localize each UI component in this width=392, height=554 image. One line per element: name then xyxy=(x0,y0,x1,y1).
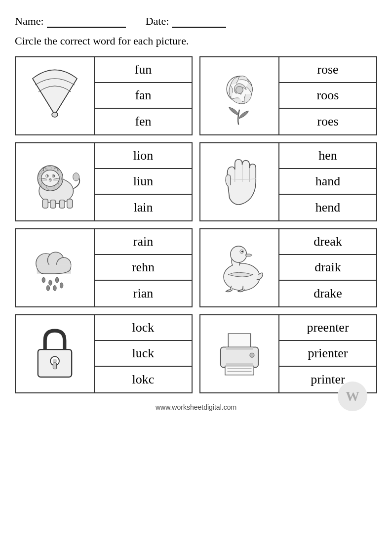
instruction: Circle the correct word for each picture… xyxy=(15,35,377,47)
image-fan xyxy=(16,57,95,134)
svg-point-35 xyxy=(42,277,45,283)
words-rain: rain rehn rian xyxy=(95,229,192,306)
date-underline[interactable] xyxy=(172,16,226,28)
svg-point-11 xyxy=(236,86,243,94)
svg-point-23 xyxy=(53,175,55,177)
svg-rect-14 xyxy=(50,200,56,209)
svg-point-44 xyxy=(241,251,243,253)
word-cell: fen xyxy=(95,109,192,134)
card-rose: rose roos roes xyxy=(199,56,377,135)
duck-icon xyxy=(212,241,267,295)
image-rose xyxy=(200,57,279,134)
word-cell: drake xyxy=(279,281,376,306)
rose-icon xyxy=(217,66,262,126)
svg-point-38 xyxy=(46,285,49,291)
svg-point-17 xyxy=(73,173,79,181)
word-cell: preenter xyxy=(279,315,376,341)
header: Name: Date: xyxy=(15,15,377,28)
word-cell: lock xyxy=(95,315,192,341)
card-lock: lock luck lokc xyxy=(15,314,193,393)
words-lock: lock luck lokc xyxy=(95,315,192,392)
svg-rect-56 xyxy=(226,363,253,366)
name-label: Name: xyxy=(15,15,44,28)
word-cell: rain xyxy=(95,229,192,255)
word-cell: lokc xyxy=(95,367,192,392)
word-cell: rian xyxy=(95,281,192,306)
printer-icon xyxy=(212,329,267,379)
word-cell: hen xyxy=(279,143,376,169)
svg-point-40 xyxy=(60,283,63,288)
word-cell: fun xyxy=(95,57,192,83)
svg-point-36 xyxy=(49,280,52,286)
card-fan: fun fan fen xyxy=(15,56,193,135)
words-printer: preenter prienter printer xyxy=(279,315,376,392)
word-cell: lion xyxy=(95,143,192,169)
word-cell: liun xyxy=(95,169,192,195)
svg-point-37 xyxy=(55,277,58,283)
lock-icon xyxy=(33,327,77,381)
word-cell: roes xyxy=(279,109,376,134)
fan-icon xyxy=(28,71,82,121)
word-cell: rose xyxy=(279,57,376,83)
words-lion: lion liun lain xyxy=(95,143,192,220)
svg-rect-15 xyxy=(59,200,65,209)
svg-point-55 xyxy=(250,353,254,357)
card-lion: lion liun lain xyxy=(15,142,193,221)
svg-rect-48 xyxy=(53,363,56,369)
image-duck xyxy=(200,229,279,306)
hand-icon xyxy=(215,152,264,212)
word-cell: rehn xyxy=(95,255,192,281)
svg-point-19 xyxy=(41,170,60,186)
svg-rect-52 xyxy=(225,366,254,375)
svg-rect-51 xyxy=(226,347,253,349)
words-rose: rose roos roes xyxy=(279,57,376,134)
word-cell: luck xyxy=(95,341,192,367)
word-cell: fan xyxy=(95,83,192,109)
website: www.worksheetdigital.com xyxy=(156,403,236,411)
card-rain: rain rehn rian xyxy=(15,228,193,307)
watermark: W xyxy=(338,382,367,411)
svg-rect-16 xyxy=(67,199,73,208)
words-fan: fun fan fen xyxy=(95,57,192,134)
image-rain xyxy=(16,229,95,306)
card-hand: hen hand hend xyxy=(199,142,377,221)
image-lock xyxy=(16,315,95,392)
name-underline[interactable] xyxy=(47,16,126,28)
footer: www.worksheetdigital.com W xyxy=(15,403,377,411)
word-cell: dreak xyxy=(279,229,376,255)
words-duck: dreak draik drake xyxy=(279,229,376,306)
card-duck: dreak draik drake xyxy=(199,228,377,307)
cards-grid: fun fan fen xyxy=(15,56,377,393)
word-cell: hand xyxy=(279,169,376,195)
name-field: Name: xyxy=(15,15,126,28)
word-cell: lain xyxy=(95,195,192,220)
image-printer xyxy=(200,315,279,392)
word-cell: prienter xyxy=(279,341,376,367)
svg-point-42 xyxy=(231,246,247,262)
word-cell: roos xyxy=(279,83,376,109)
words-hand: hen hand hend xyxy=(279,143,376,220)
lion-icon xyxy=(25,155,84,209)
image-hand xyxy=(200,143,279,220)
image-lion xyxy=(16,143,95,220)
rain-icon xyxy=(28,243,82,293)
svg-point-9 xyxy=(52,112,58,117)
word-cell: draik xyxy=(279,255,376,281)
word-cell: hend xyxy=(279,195,376,220)
svg-rect-13 xyxy=(42,199,48,208)
svg-point-22 xyxy=(47,175,48,177)
date-label: Date: xyxy=(146,15,169,28)
date-field: Date: xyxy=(146,15,227,28)
svg-point-39 xyxy=(53,285,56,291)
